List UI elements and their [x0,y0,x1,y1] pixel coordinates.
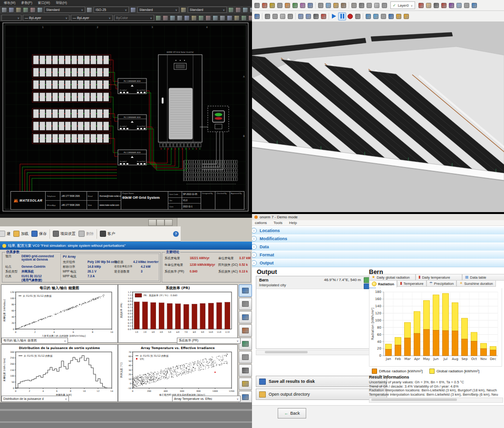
location-list-item[interactable]: Bern 46.9°N / 7.4°E, 540 m Interpolated … [256,276,380,289]
drawer-icon[interactable] [381,2,388,9]
shield-button[interactable] [239,351,252,363]
refresh-button[interactable] [239,364,252,377]
record-icon[interactable] [347,13,354,20]
toolbar-icon[interactable] [181,7,186,13]
save-all-results-button[interactable]: Save all results to disk [256,376,387,387]
style-select[interactable]: Standard∨ [44,7,85,13]
section-icon[interactable] [471,2,478,9]
style-select[interactable]: Standard∨ [137,7,179,13]
info-icon[interactable] [388,13,395,20]
menu-item-cations[interactable]: cations [255,221,267,225]
previous-view-icon[interactable] [456,2,463,9]
shadows-icon[interactable] [463,2,470,9]
save-button[interactable]: 保存 [31,231,47,237]
undo-icon[interactable] [297,13,304,20]
accordion-section-format[interactable]: ›Format [252,251,504,259]
print-icon[interactable] [312,13,320,20]
fold-face-icon[interactable] [340,2,347,9]
chart2-type-select[interactable]: 系统效率 (PR)∨ [177,338,241,344]
tree-icon[interactable] [291,2,299,9]
client-button[interactable]: 客户 [100,231,115,237]
toolbar-icon[interactable] [177,15,183,21]
toolbar-icon[interactable] [191,15,197,21]
erase-icon[interactable] [287,13,294,20]
toolbar-icon[interactable] [235,7,241,13]
toolbar-icon[interactable] [155,15,161,21]
toolbar-icon[interactable] [228,7,234,13]
zoom-window-icon[interactable] [440,2,447,9]
style-select[interactable]: ISO-25∨ [94,7,129,13]
key-icon[interactable] [269,2,276,9]
pan-hand-icon[interactable] [425,2,432,9]
toolbar-icon[interactable] [220,15,225,21]
export-pdf-icon[interactable] [320,13,327,20]
style-select[interactable]: — ByLayer∨ [71,15,113,21]
chat-bubble-icon[interactable] [325,2,332,9]
chart3-type-select[interactable]: Distribution de la puissance d∨ [1,396,69,402]
list-horizontal-scrollbar[interactable] [256,350,380,355]
chart1-type-select[interactable]: 每日的 输入/输出 能量图∨ [1,338,68,344]
accordion-section-modifications[interactable]: ›Modifications [252,234,504,243]
image-icon[interactable] [372,13,379,20]
tab-radiation[interactable]: Radiation [369,280,397,288]
toolbar-icon[interactable] [198,15,204,21]
minimize-button[interactable] [148,219,156,226]
toolbar-icon[interactable] [242,7,248,13]
gear-icon[interactable] [365,13,372,20]
fold-up-icon[interactable] [395,13,402,20]
open-result-button[interactable] [239,378,252,390]
sliders-icon[interactable] [317,2,324,9]
select-arrow-icon[interactable] [253,2,261,9]
style-select[interactable]: — ByLayer∨ [23,15,69,21]
menu-item-help[interactable]: Help [289,221,297,225]
layer-select[interactable]: ✓Layer0∨ [390,1,415,9]
toolbar-icon[interactable] [9,7,14,13]
toolbar-icon[interactable] [87,7,92,13]
load-button[interactable]: 加载 [13,231,29,237]
camera-icon[interactable] [276,2,283,9]
report-button[interactable] [239,284,252,297]
scissors-icon[interactable] [264,13,271,20]
shed-icon[interactable] [366,2,373,9]
help-button[interactable]: ? [173,231,179,237]
toolbar-icon[interactable] [30,7,36,13]
toolbar-icon[interactable] [241,15,247,21]
delete-button[interactable]: 删除 [78,231,94,237]
table-button[interactable] [239,298,252,310]
3d-scene-viewport[interactable] [252,22,504,212]
toolbar-icon[interactable] [16,7,21,13]
toolbar-icon[interactable] [37,7,43,13]
project-settings-button[interactable]: 项目设置 [53,231,76,237]
clock-icon[interactable] [354,13,361,20]
maximize-button[interactable] [156,219,165,226]
back-button[interactable]: ← Back [278,408,306,418]
toolbar-icon[interactable] [170,15,175,21]
video-icon[interactable] [380,13,387,20]
accordion-section-output[interactable]: ›Output [252,259,504,267]
fold-camera-icon[interactable] [403,13,410,20]
tab-daily-global-radiation[interactable]: ★Daily global radiation [369,274,416,281]
menu-item-tools[interactable]: Tools [273,221,282,225]
open-output-directory-button[interactable]: Open output directory [256,389,387,400]
tab-temperature[interactable]: ▮Temperature [397,280,426,287]
save-result-button[interactable] [239,391,252,403]
redo-icon[interactable] [305,13,312,20]
save-icon[interactable] [253,13,261,20]
chart4-type-select[interactable]: Array Temperature vs. Effec∨ [172,396,241,402]
toolbar-icon[interactable] [130,7,136,13]
tab-data-table[interactable]: ▦Data table [462,274,504,281]
cad-drawing-canvas[interactable]: 1234ABCPV COMBINER BOXPV INPUTPV OUTPUTP… [0,21,252,214]
zoom-icon[interactable] [433,2,440,9]
orbit-icon[interactable] [417,2,425,9]
play-icon[interactable] [330,13,338,20]
toolbar-icon[interactable] [205,15,211,21]
guide-book-icon[interactable] [332,2,339,9]
close-button[interactable] [165,219,173,226]
home-icon[interactable] [358,2,365,9]
box-icon[interactable] [350,2,358,9]
toolbar-icon[interactable] [163,15,168,21]
curve-chart-button[interactable] [239,324,252,337]
style-select[interactable]: Standard∨ [188,7,227,13]
toolbar-icon[interactable] [248,15,252,21]
new-button[interactable]: 建 [0,231,10,237]
